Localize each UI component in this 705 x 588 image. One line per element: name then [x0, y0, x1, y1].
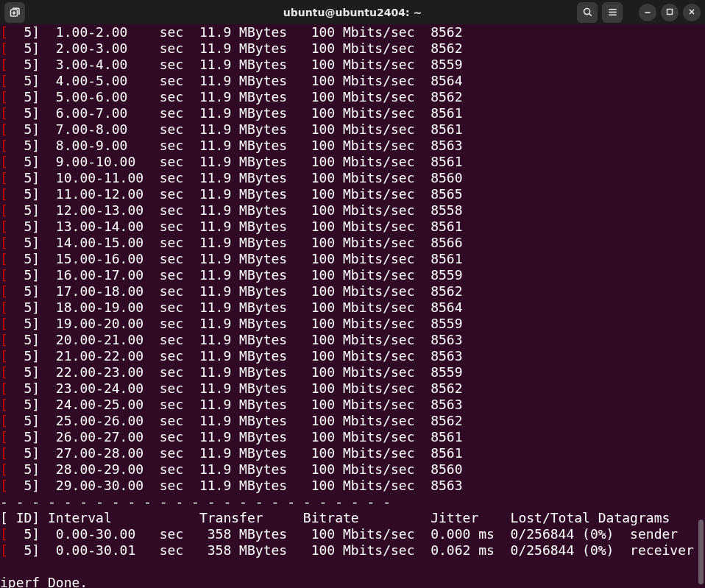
minimize-button[interactable] — [639, 4, 656, 21]
terminal-line — [0, 559, 705, 575]
terminal-line: [ 5] 26.00-27.00 sec 11.9 MBytes 100 Mbi… — [0, 429, 705, 445]
terminal-line: [ 5] 25.00-26.00 sec 11.9 MBytes 100 Mbi… — [0, 413, 705, 429]
terminal-line: [ 5] 18.00-19.00 sec 11.9 MBytes 100 Mbi… — [0, 300, 705, 316]
maximize-button[interactable] — [661, 4, 679, 21]
terminal-line: [ 5] 28.00-29.00 sec 11.9 MBytes 100 Mbi… — [0, 461, 705, 478]
terminal-line: [ 5] 19.00-20.00 sec 11.9 MBytes 100 Mbi… — [0, 316, 705, 332]
terminal-line: [ 5] 3.00-4.00 sec 11.9 MBytes 100 Mbits… — [0, 57, 705, 73]
minimize-icon — [643, 5, 652, 19]
terminal-line: [ 5] 20.00-21.00 sec 11.9 MBytes 100 Mbi… — [0, 332, 705, 348]
terminal-line: [ 5] 29.00-30.00 sec 11.9 MBytes 100 Mbi… — [0, 478, 705, 494]
terminal-line: [ 5] 0.00-30.00 sec 358 MBytes 100 Mbits… — [0, 526, 705, 542]
titlebar: ubuntu@ubuntu2404: ~ — [0, 0, 705, 24]
svg-point-1 — [584, 9, 589, 15]
terminal-line: [ 5] 21.00-22.00 sec 11.9 MBytes 100 Mbi… — [0, 348, 705, 364]
terminal-line: [ 5] 17.00-18.00 sec 11.9 MBytes 100 Mbi… — [0, 283, 705, 300]
new-tab-icon — [9, 7, 21, 18]
terminal-line: [ 5] 1.00-2.00 sec 11.9 MBytes 100 Mbits… — [0, 24, 705, 40]
terminal-line: [ 5] 22.00-23.00 sec 11.9 MBytes 100 Mbi… — [0, 364, 705, 380]
terminal-line: [ 5] 14.00-15.00 sec 11.9 MBytes 100 Mbi… — [0, 235, 705, 251]
terminal-line: [ 5] 0.00-30.01 sec 358 MBytes 100 Mbits… — [0, 542, 705, 559]
terminal-line: [ 5] 2.00-3.00 sec 11.9 MBytes 100 Mbits… — [0, 40, 705, 57]
terminal-line: [ 5] 24.00-25.00 sec 11.9 MBytes 100 Mbi… — [0, 397, 705, 413]
terminal-line: [ 5] 6.00-7.00 sec 11.9 MBytes 100 Mbits… — [0, 105, 705, 121]
terminal-line: [ 5] 13.00-14.00 sec 11.9 MBytes 100 Mbi… — [0, 219, 705, 235]
terminal-line: [ 5] 5.00-6.00 sec 11.9 MBytes 100 Mbits… — [0, 89, 705, 105]
terminal-line: [ 5] 15.00-16.00 sec 11.9 MBytes 100 Mbi… — [0, 251, 705, 267]
hamburger-icon — [607, 7, 618, 18]
terminal-line: [ 5] 10.00-11.00 sec 11.9 MBytes 100 Mbi… — [0, 170, 705, 186]
terminal-line: [ 5] 9.00-10.00 sec 11.9 MBytes 100 Mbit… — [0, 154, 705, 170]
new-tab-button[interactable] — [4, 2, 25, 23]
menu-button[interactable] — [602, 2, 623, 23]
scrollbar-thumb[interactable] — [698, 520, 704, 584]
search-icon — [582, 7, 593, 18]
terminal-line: [ 5] 11.00-12.00 sec 11.9 MBytes 100 Mbi… — [0, 186, 705, 202]
search-button[interactable] — [577, 2, 598, 23]
window-title: ubuntu@ubuntu2404: ~ — [283, 7, 422, 18]
terminal-line: [ ID] Interval Transfer Bitrate Jitter L… — [0, 510, 705, 526]
svg-rect-2 — [667, 10, 673, 15]
terminal-line: [ 5] 12.00-13.00 sec 11.9 MBytes 100 Mbi… — [0, 202, 705, 219]
terminal-area[interactable]: [ 5] 1.00-2.00 sec 11.9 MBytes 100 Mbits… — [0, 24, 705, 588]
terminal-line: [ 5] 8.00-9.00 sec 11.9 MBytes 100 Mbits… — [0, 138, 705, 154]
terminal-line: [ 5] 23.00-24.00 sec 11.9 MBytes 100 Mbi… — [0, 380, 705, 397]
terminal-line: [ 5] 27.00-28.00 sec 11.9 MBytes 100 Mbi… — [0, 445, 705, 461]
terminal-line: [ 5] 16.00-17.00 sec 11.9 MBytes 100 Mbi… — [0, 267, 705, 283]
terminal-line: - - - - - - - - - - - - - - - - - - - - … — [0, 494, 705, 510]
close-icon — [687, 5, 696, 19]
terminal-line: iperf Done. — [0, 575, 705, 588]
terminal-line: [ 5] 7.00-8.00 sec 11.9 MBytes 100 Mbits… — [0, 121, 705, 138]
maximize-icon — [665, 5, 674, 19]
terminal-line: [ 5] 4.00-5.00 sec 11.9 MBytes 100 Mbits… — [0, 73, 705, 89]
close-button[interactable] — [683, 4, 701, 21]
